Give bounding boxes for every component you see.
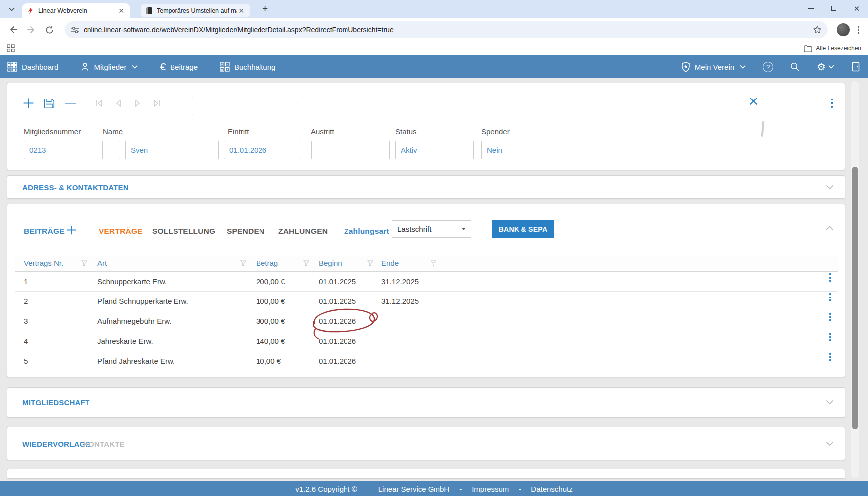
tab-temporaeres-umstellen[interactable]: Temporäres Umstellen auf man ✕	[141, 4, 250, 17]
help-icon[interactable]: ?	[763, 62, 773, 72]
nav-item-buchhaltung[interactable]: Buchhaltung	[220, 62, 275, 72]
tab-linear-webverein[interactable]: Linear Webverein ✕	[22, 3, 130, 18]
row-menu-icon[interactable]	[828, 311, 833, 323]
table-row-annotated[interactable]: 3 Aufnahmegebühr Erw. 300,00 € 01.01.202…	[15, 311, 838, 331]
tab-vertraege[interactable]: VERTRÄGE	[99, 227, 143, 236]
next-record-icon[interactable]	[132, 99, 142, 108]
tab-search-chevron-icon[interactable]	[7, 4, 17, 14]
contracts-table-header: Vertrags Nr. Art Betrag Beginn Ende	[15, 256, 838, 272]
section-title-membership: MITGLIEDSCHAFT	[22, 398, 89, 407]
logout-door-icon[interactable]	[851, 62, 860, 72]
nav-item-mein-verein[interactable]: Mein Verein	[681, 62, 746, 72]
page-scrollbar[interactable]	[851, 81, 859, 478]
name-prefix-field[interactable]	[102, 141, 120, 159]
table-row[interactable]: 2 Pfand Schnupperkarte Erw. 100,00 € 01.…	[15, 292, 838, 311]
chevron-down-icon[interactable]	[826, 185, 834, 190]
tab-close-icon[interactable]: ✕	[237, 7, 245, 14]
nav-item-mitglieder[interactable]: Mitglieder	[80, 62, 138, 72]
site-settings-icon[interactable]	[71, 26, 79, 34]
resubmission-section[interactable]: WIEDERVORLAGE KONTAKTE	[7, 427, 845, 460]
add-record-icon[interactable]	[22, 97, 35, 109]
col-art[interactable]: Art	[97, 259, 107, 267]
member-search-input[interactable]	[192, 97, 300, 115]
footer-datenschutz-link[interactable]: Datenschutz	[531, 485, 572, 493]
app-navbar: Dashboard Mitglieder € Beiträge Buchhalt…	[0, 55, 868, 78]
search-icon[interactable]	[790, 62, 800, 72]
filter-funnel-icon[interactable]	[240, 260, 246, 266]
url-bar[interactable]: online.linear-software.de/webVereinDX/Mi…	[65, 21, 828, 38]
zahlungsart-select[interactable]: Lastschrift	[392, 220, 471, 238]
field-label-eintritt: Eintritt	[228, 127, 249, 136]
membership-section[interactable]: MITGLIEDSCHAFT	[7, 387, 845, 418]
window-minimize-button[interactable]	[799, 0, 822, 17]
add-contract-icon[interactable]	[66, 224, 77, 236]
scrollbar-thumb[interactable]	[852, 167, 858, 429]
nav-item-dashboard[interactable]: Dashboard	[7, 62, 58, 72]
chevron-down-icon[interactable]	[826, 400, 834, 405]
row-menu-icon[interactable]	[828, 331, 833, 343]
forward-icon[interactable]	[24, 22, 39, 37]
next-section-partial	[7, 469, 845, 479]
new-tab-button[interactable]: +	[262, 4, 268, 14]
last-record-icon[interactable]	[151, 99, 162, 108]
chevron-up-icon[interactable]	[826, 226, 834, 231]
delete-record-icon[interactable]	[64, 98, 77, 109]
reload-icon[interactable]	[42, 22, 57, 37]
footer-impressum-link[interactable]: Impressum	[472, 485, 509, 493]
window-maximize-button[interactable]	[822, 0, 845, 17]
col-ende[interactable]: Ende	[381, 259, 399, 267]
nav-item-beitraege[interactable]: € Beiträge	[160, 62, 198, 72]
mitgliedsnummer-field[interactable]	[24, 141, 94, 159]
austritt-field[interactable]	[311, 141, 390, 159]
status-field[interactable]	[395, 141, 474, 159]
chevron-down-icon[interactable]	[826, 441, 834, 446]
window-close-button[interactable]: ✕	[845, 0, 868, 17]
tab-sollstellung[interactable]: SOLLSTELLUNG	[152, 227, 215, 236]
all-bookmarks[interactable]: Alle Lesezeichen	[797, 44, 861, 52]
filter-funnel-icon[interactable]	[81, 260, 87, 266]
settings-menu[interactable]: ⚙	[817, 62, 834, 72]
footer-company-link[interactable]: Linear Service GmbH	[378, 485, 449, 493]
col-betrag[interactable]: Betrag	[256, 259, 278, 267]
cell-betrag: 300,00 €	[256, 311, 285, 331]
table-row[interactable]: 1 Schnupperkarte Erw. 200,00 € 01.01.202…	[15, 272, 838, 292]
member-search-box	[192, 97, 303, 115]
col-beginn[interactable]: Beginn	[319, 259, 342, 267]
tab-close-icon[interactable]: ✕	[117, 7, 125, 14]
previous-record-icon[interactable]	[114, 99, 124, 108]
apps-grid-icon[interactable]	[7, 44, 15, 52]
bookmark-star-icon[interactable]	[813, 25, 822, 34]
row-menu-icon[interactable]	[828, 292, 833, 303]
url-text[interactable]: online.linear-software.de/webVereinDX/Mi…	[84, 26, 809, 34]
footer-separator: -	[459, 485, 462, 493]
chevron-down-icon	[132, 65, 138, 69]
eintritt-field[interactable]	[224, 141, 300, 159]
col-vertrags-nr[interactable]: Vertrags Nr.	[24, 259, 63, 267]
save-icon[interactable]	[43, 98, 55, 109]
back-icon[interactable]	[6, 22, 21, 37]
field-label-mitgliedsnummer: Mitgliedsnummer	[24, 127, 81, 136]
row-menu-icon[interactable]	[828, 272, 833, 283]
filter-funnel-icon[interactable]	[431, 260, 436, 266]
row-menu-icon[interactable]	[828, 351, 833, 363]
bookmarks-bar: Alle Lesezeichen	[0, 41, 868, 55]
filter-funnel-icon[interactable]	[303, 260, 309, 266]
field-label-austritt: Austritt	[311, 127, 334, 136]
browser-menu-icon[interactable]	[855, 24, 862, 35]
panel-menu-icon[interactable]	[829, 97, 834, 109]
filter-funnel-icon[interactable]	[367, 260, 373, 266]
tab-kontakte[interactable]: KONTAKTE	[83, 439, 125, 448]
bank-sepa-button[interactable]: BANK & SEPA	[492, 220, 554, 238]
field-label-name: Name	[103, 127, 123, 136]
tab-zahlungen[interactable]: ZAHLUNGEN	[278, 227, 328, 236]
spender-field[interactable]	[481, 141, 558, 159]
close-icon[interactable]	[748, 96, 759, 106]
cell-nr: 3	[24, 311, 28, 331]
table-row[interactable]: 4 Jahreskarte Erw. 140,00 € 01.01.2026	[15, 331, 838, 351]
tab-spenden[interactable]: SPENDEN	[227, 227, 264, 236]
browser-avatar[interactable]	[837, 23, 850, 36]
address-section[interactable]: ADRESS- & KONTAKTDATEN	[7, 175, 845, 199]
first-record-icon[interactable]	[94, 99, 105, 108]
table-row[interactable]: 5 Pfand Jahreskarte Erw. 10,00 € 01.01.2…	[15, 351, 838, 371]
name-field[interactable]	[125, 141, 219, 159]
